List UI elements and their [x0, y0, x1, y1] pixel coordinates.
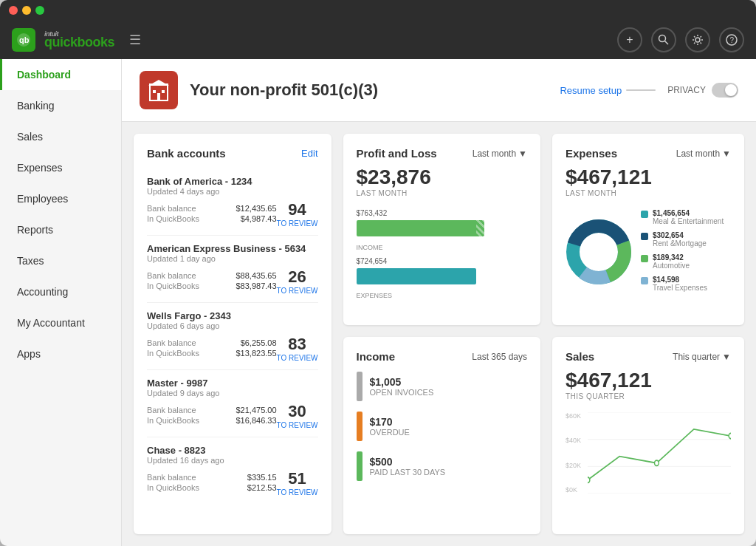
svg-text:qb: qb — [19, 35, 30, 44]
sales-y-axis: $60K $40K $20K $0K — [566, 412, 581, 494]
expenses-label: EXPENSES — [357, 292, 528, 299]
profit-loss-header: Profit and Loss Last month ▼ — [357, 147, 528, 160]
legend-dot-rent — [641, 233, 648, 240]
search-button[interactable] — [651, 27, 676, 52]
setup-progress-line — [626, 89, 656, 91]
income-title: Income — [357, 350, 396, 363]
sidebar-item-dashboard[interactable]: Dashboard — [0, 59, 121, 90]
income-bar-open: $1,005 OPEN INVOICES — [357, 372, 528, 401]
close-button[interactable] — [9, 6, 18, 15]
income-bar — [357, 220, 485, 236]
sales-line-chart — [588, 412, 731, 494]
sidebar-item-reports[interactable]: Reports — [0, 214, 121, 245]
bank-account-bofa: Bank of America - 1234 Updated 4 days ag… — [147, 168, 318, 236]
profit-loss-period[interactable]: Last month ▼ — [472, 149, 527, 159]
expenses-card: Expenses Last month ▼ $467,121 LAST MONT… — [552, 134, 744, 325]
expenses-period[interactable]: Last month ▼ — [676, 149, 731, 159]
company-icon — [140, 71, 178, 109]
amex-review-link[interactable]: TO REVIEW — [277, 287, 318, 295]
sidebar-item-expenses[interactable]: Expenses — [0, 152, 121, 183]
resume-setup-button[interactable]: Resume setup — [560, 85, 656, 96]
help-icon: ? — [726, 34, 738, 46]
legend-text-auto: $189,342 Automotive — [653, 253, 690, 270]
income-bar-container — [357, 220, 528, 236]
legend-dot-meal — [641, 211, 648, 218]
settings-button[interactable] — [685, 27, 710, 52]
profit-loss-chart: $763,432 INCOME $724,654 — [357, 209, 528, 299]
income-label: INCOME — [357, 244, 528, 251]
svg-rect-8 — [153, 90, 156, 93]
expenses-bar-container — [357, 268, 528, 284]
svg-point-4 — [695, 38, 700, 42]
overdue-info: $170 OVERDUE — [370, 416, 410, 437]
bank-accounts-header: Bank accounts Edit — [147, 147, 318, 160]
sales-period[interactable]: This quarter ▼ — [673, 352, 731, 362]
sales-title: Sales — [566, 350, 594, 363]
sidebar-item-employees[interactable]: Employees — [0, 183, 121, 214]
sidebar-item-my-accountant[interactable]: My Accountant — [0, 307, 121, 338]
income-amount-label: $763,432 — [357, 209, 528, 217]
privacy-toggle[interactable] — [712, 83, 738, 98]
sales-card: Sales This quarter ▼ $467,121 THIS QUART… — [552, 337, 744, 534]
sidebar-item-apps[interactable]: Apps — [0, 338, 121, 369]
master-review-link[interactable]: TO REVIEW — [277, 421, 318, 429]
profit-loss-title: Profit and Loss — [357, 147, 437, 160]
expenses-amount: $467,121 — [566, 165, 731, 189]
legend-dot-auto — [641, 255, 648, 262]
legend-text-rent: $302,654 Rent &Mortgage — [653, 231, 707, 248]
income-bar-overdue: $170 OVERDUE — [357, 412, 528, 441]
legend-text-travel: $14,598 Travel Expenses — [653, 276, 707, 292]
sidebar-item-taxes[interactable]: Taxes — [0, 245, 121, 276]
expenses-legend: $1,456,654 Meal & Entertainment $302,654… — [641, 209, 731, 298]
minimize-button[interactable] — [22, 6, 31, 15]
chase-review-link[interactable]: TO REVIEW — [277, 488, 318, 496]
quickbooks-logo: qb — [12, 28, 35, 52]
sidebar-item-sales[interactable]: Sales — [0, 121, 121, 152]
sales-header: Sales This quarter ▼ — [566, 350, 731, 363]
bank-accounts-title: Bank accounts — [147, 147, 226, 160]
svg-point-21 — [588, 477, 590, 482]
expenses-hatch — [476, 268, 527, 284]
donut-chart — [566, 219, 632, 285]
svg-point-2 — [659, 35, 666, 42]
app-name: intuit quickbooks — [44, 30, 114, 50]
bank-edit-button[interactable]: Edit — [301, 148, 317, 159]
svg-rect-9 — [162, 90, 165, 93]
expenses-bar — [357, 268, 476, 284]
expenses-bar-row — [357, 268, 528, 284]
help-button[interactable]: ? — [719, 27, 744, 52]
app-window: qb intuit quickbooks ☰ + — [0, 0, 756, 546]
bank-account-master: Master - 9987 Updated 9 days ago Bank ba… — [147, 370, 318, 437]
wellsfargo-review-badge: 83 TO REVIEW — [277, 335, 318, 362]
svg-point-22 — [655, 460, 659, 465]
header-actions: Resume setup PRIVACY — [560, 83, 738, 98]
svg-text:?: ? — [730, 36, 735, 44]
wellsfargo-review-link[interactable]: TO REVIEW — [277, 354, 318, 362]
expenses-title: Expenses — [566, 147, 617, 160]
open-invoices-info: $1,005 OPEN INVOICES — [370, 376, 434, 397]
sidebar-item-banking[interactable]: Banking — [0, 90, 121, 121]
main-layout: Dashboard Banking Sales Expenses Employe… — [0, 59, 756, 546]
profit-loss-amount: $23,876 — [357, 165, 528, 189]
sales-amount: $467,121 — [566, 369, 731, 392]
expenses-amount-label: $724,654 — [357, 257, 528, 265]
legend-item-meal: $1,456,654 Meal & Entertainment — [641, 209, 731, 225]
bofa-review-link[interactable]: TO REVIEW — [277, 219, 318, 228]
chase-review-badge: 51 TO REVIEW — [277, 469, 318, 496]
income-period[interactable]: Last 365 days — [472, 352, 527, 362]
gear-icon — [692, 34, 704, 46]
add-button[interactable]: + — [617, 27, 642, 52]
menu-hamburger-icon[interactable]: ☰ — [123, 29, 147, 51]
logo-area: qb intuit quickbooks ☰ — [12, 28, 617, 52]
privacy-area: PRIVACY — [667, 83, 738, 98]
topbar-actions: + ? — [617, 27, 744, 52]
expenses-donut — [566, 219, 632, 288]
sidebar-item-accounting[interactable]: Accounting — [0, 276, 121, 307]
bofa-review-badge: 94 TO REVIEW — [277, 200, 318, 228]
bank-account-amex: American Express Business - 5634 Updated… — [147, 236, 318, 303]
legend-item-rent: $302,654 Rent &Mortgage — [641, 231, 731, 248]
sales-amount-label: THIS QUARTER — [566, 392, 731, 400]
maximize-button[interactable] — [35, 6, 44, 15]
chevron-down-icon: ▼ — [722, 149, 731, 159]
svg-line-3 — [665, 41, 669, 45]
